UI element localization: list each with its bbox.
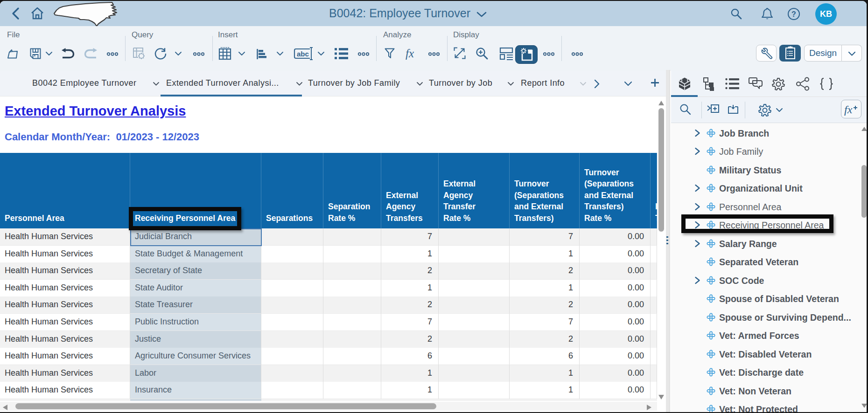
svg-text:abc: abc [297, 50, 309, 58]
svg-text:fx: fx [406, 47, 414, 60]
svg-text:fx: fx [844, 103, 853, 116]
svg-text:?: ? [791, 10, 796, 18]
